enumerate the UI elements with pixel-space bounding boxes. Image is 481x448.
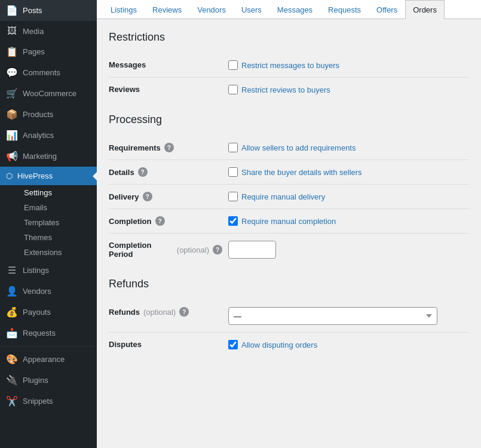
table-row: Requirements ? Allow sellers to add requ… xyxy=(109,136,469,160)
media-icon: 🖼 xyxy=(6,26,18,36)
sidebar-item-appearance[interactable]: 🎨 Appearance xyxy=(0,349,97,370)
checkbox-delivery[interactable] xyxy=(228,192,238,201)
refunds-title: Refunds xyxy=(109,278,469,290)
snippets-icon: ✂️ xyxy=(6,395,18,407)
sidebar-item-woocommerce[interactable]: 🛒 WooCommerce xyxy=(0,83,97,104)
tabs-bar: Listings Reviews Vendors Users Messages … xyxy=(97,0,481,19)
sidebar-item-label: Plugins xyxy=(23,376,48,385)
select-refunds[interactable]: — xyxy=(228,307,437,325)
checkbox-completion[interactable] xyxy=(228,216,238,226)
products-icon: 📦 xyxy=(6,109,18,120)
field-label-requirements: Requirements ? xyxy=(109,136,228,160)
checkbox-text-reviews: Restrict reviews to buyers xyxy=(241,85,330,94)
sidebar-item-label: Comments xyxy=(23,68,60,77)
sidebar: 📄 Posts 🖼 Media 📋 Pages 💬 Comments 🛒 Woo… xyxy=(0,0,97,448)
checkbox-label-reviews[interactable]: Restrict reviews to buyers xyxy=(228,85,469,94)
tab-orders[interactable]: Orders xyxy=(405,0,445,19)
tab-offers[interactable]: Offers xyxy=(369,0,405,19)
checkbox-disputes[interactable] xyxy=(228,340,238,349)
sidebar-item-label: Products xyxy=(23,110,53,119)
checkbox-reviews[interactable] xyxy=(228,85,238,94)
table-row: Delivery ? Require manual delivery xyxy=(109,185,469,209)
checkbox-label-disputes[interactable]: Allow disputing orders xyxy=(228,340,469,349)
checkbox-label-details[interactable]: Share the buyer details with sellers xyxy=(228,167,469,177)
field-label-completion-period: Completion Period (optional) ? xyxy=(109,234,228,266)
field-label-disputes: Disputes xyxy=(109,333,228,357)
checkbox-text-requirements: Allow sellers to add requirements xyxy=(241,143,356,152)
sidebar-item-label: Appearance xyxy=(23,355,65,364)
sidebar-item-pages[interactable]: 📋 Pages xyxy=(0,41,97,62)
comments-icon: 💬 xyxy=(6,67,18,78)
sidebar-item-snippets[interactable]: ✂️ Snippets xyxy=(0,391,97,412)
marketing-icon: 📢 xyxy=(6,151,18,162)
analytics-icon: 📊 xyxy=(6,130,18,141)
field-label-details: Details ? xyxy=(109,160,228,185)
checkbox-label-messages[interactable]: Restrict messages to buyers xyxy=(228,60,469,70)
main-content: Listings Reviews Vendors Users Messages … xyxy=(97,0,481,448)
hivepress-icon: ⬡ xyxy=(6,171,13,180)
tab-requests[interactable]: Requests xyxy=(320,0,369,19)
input-completion-period[interactable] xyxy=(228,241,276,259)
tab-reviews[interactable]: Reviews xyxy=(145,0,189,19)
checkbox-label-completion[interactable]: Require manual completion xyxy=(228,216,469,226)
help-icon-refunds[interactable]: ? xyxy=(179,307,189,317)
help-icon-completion[interactable]: ? xyxy=(155,216,165,226)
checkbox-details[interactable] xyxy=(228,167,238,177)
processing-title: Processing xyxy=(109,113,469,126)
checkbox-label-requirements[interactable]: Allow sellers to add requirements xyxy=(228,143,469,152)
sidebar-item-analytics[interactable]: 📊 Analytics xyxy=(0,125,97,146)
sidebar-item-label: WooCommerce xyxy=(23,89,76,98)
hivepress-submenu: Settings Emails Templates Themes Extensi… xyxy=(0,185,97,260)
sidebar-item-posts[interactable]: 📄 Posts xyxy=(0,0,97,21)
vendors-icon: 👤 xyxy=(6,286,18,297)
restrictions-title: Restrictions xyxy=(109,31,469,44)
checkbox-requirements[interactable] xyxy=(228,143,238,152)
plugins-icon: 🔌 xyxy=(6,375,18,386)
sidebar-item-label: Vendors xyxy=(23,287,51,296)
processing-table: Requirements ? Allow sellers to add requ… xyxy=(109,136,469,266)
sidebar-item-marketing[interactable]: 📢 Marketing xyxy=(0,146,97,167)
tab-vendors[interactable]: Vendors xyxy=(189,0,234,19)
table-row: Refunds (optional) ? — xyxy=(109,300,469,333)
sidebar-item-hivepress[interactable]: ⬡ HivePress xyxy=(0,167,97,185)
help-icon-completion-period[interactable]: ? xyxy=(213,245,222,254)
table-row: Completion Period (optional) ? xyxy=(109,234,469,266)
sidebar-item-vendors[interactable]: 👤 Vendors xyxy=(0,281,97,302)
checkbox-text-details: Share the buyer details with sellers xyxy=(241,168,362,177)
table-row: Messages Restrict messages to buyers xyxy=(109,53,469,78)
sidebar-subitem-templates[interactable]: Templates xyxy=(6,215,97,230)
table-row: Details ? Share the buyer details with s… xyxy=(109,160,469,185)
help-icon-requirements[interactable]: ? xyxy=(164,143,174,152)
field-label-refunds: Refunds (optional) ? xyxy=(109,300,228,333)
sidebar-item-label: Media xyxy=(23,27,44,36)
tab-messages[interactable]: Messages xyxy=(269,0,320,19)
sidebar-subitem-emails[interactable]: Emails xyxy=(6,200,97,215)
checkbox-messages[interactable] xyxy=(228,60,238,70)
sidebar-item-label: Analytics xyxy=(23,131,54,140)
tab-listings[interactable]: Listings xyxy=(103,0,145,19)
sidebar-item-listings[interactable]: ☰ Listings xyxy=(0,260,97,281)
help-icon-details[interactable]: ? xyxy=(138,167,148,177)
field-label-reviews: Reviews xyxy=(109,78,228,102)
pages-icon: 📋 xyxy=(6,46,18,57)
sidebar-subitem-extensions[interactable]: Extensions xyxy=(6,245,97,260)
tab-users[interactable]: Users xyxy=(234,0,269,19)
refunds-table: Refunds (optional) ? — Disputes xyxy=(109,300,469,357)
checkbox-text-messages: Restrict messages to buyers xyxy=(241,61,339,70)
posts-icon: 📄 xyxy=(6,5,18,16)
help-icon-delivery[interactable]: ? xyxy=(143,192,152,201)
sidebar-item-media[interactable]: 🖼 Media xyxy=(0,21,97,41)
field-label-delivery: Delivery ? xyxy=(109,185,228,209)
sidebar-item-comments[interactable]: 💬 Comments xyxy=(0,62,97,83)
sidebar-item-plugins[interactable]: 🔌 Plugins xyxy=(0,370,97,391)
listings-icon: ☰ xyxy=(6,265,18,276)
sidebar-item-payouts[interactable]: 💰 Payouts xyxy=(0,302,97,323)
sidebar-item-label: Snippets xyxy=(23,397,53,406)
sidebar-item-requests[interactable]: 📩 Requests xyxy=(0,323,97,343)
payouts-icon: 💰 xyxy=(6,306,18,318)
sidebar-subitem-themes[interactable]: Themes xyxy=(6,230,97,245)
sidebar-item-products[interactable]: 📦 Products xyxy=(0,104,97,125)
checkbox-label-delivery[interactable]: Require manual delivery xyxy=(228,192,469,201)
field-label-completion: Completion ? xyxy=(109,209,228,234)
sidebar-subitem-settings[interactable]: Settings xyxy=(6,185,97,200)
